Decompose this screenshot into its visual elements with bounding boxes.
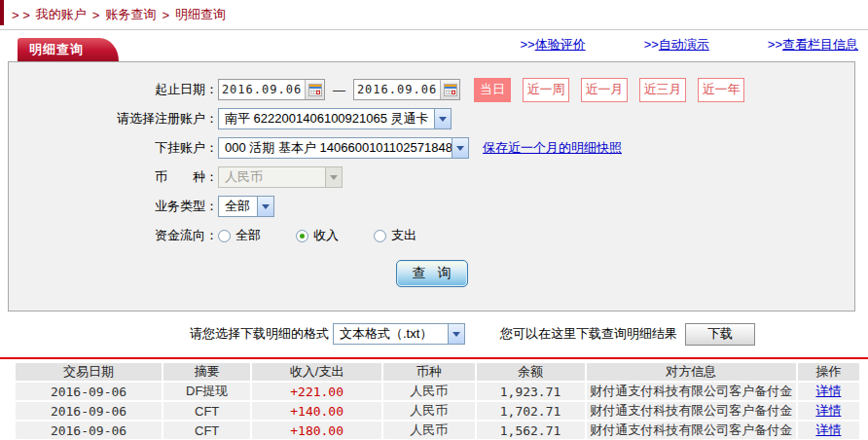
cell-date: 2016-09-06	[15, 382, 163, 401]
cell-summary: CFT	[163, 421, 251, 440]
col-header-counterparty: 对方信息	[586, 362, 797, 382]
cell-counterparty: 财付通支付科技有限公司客户备付金	[586, 421, 797, 440]
sub-account-row: 下挂账户： 000 活期 基本户 1406600101102571848 保存近…	[9, 136, 854, 160]
query-button[interactable]: 查 询	[396, 260, 468, 287]
radio-option-income[interactable]: 收入	[296, 227, 339, 244]
save-snapshot-link[interactable]: 保存近一个月的明细快照	[483, 139, 622, 157]
table-row: 2016-09-06 CFT +140.00 人民币 1,702.71 财付通支…	[15, 401, 860, 421]
currency-select: 人民币	[218, 166, 343, 188]
breadcrumb-prefix: > >	[12, 8, 30, 22]
query-form-panel: 起止日期： 2016.09.06 — 2016.09.06 当日 近一周 近一月…	[8, 61, 855, 312]
radio-icon[interactable]	[374, 230, 386, 242]
col-header-currency: 币种	[382, 362, 476, 382]
start-date-calendar-button[interactable]	[305, 80, 324, 99]
link-label: 查看栏目信息	[782, 37, 858, 52]
business-type-select[interactable]: 全部	[218, 196, 274, 217]
cell-date: 2016-09-06	[15, 401, 163, 421]
link-label: 自动演示	[659, 37, 709, 52]
sub-account-value: 000 活期 基本户 1406600101102571848	[219, 139, 452, 157]
business-type-value: 全部	[219, 198, 256, 215]
detail-link[interactable]: 详情	[815, 403, 841, 418]
radio-label: 支出	[391, 227, 416, 244]
fund-flow-options: 全部 收入 支出	[218, 227, 416, 244]
cell-summary: DF提现	[163, 382, 251, 401]
link-view-column-info[interactable]: >>查看栏目信息	[768, 36, 858, 54]
cell-currency: 人民币	[382, 382, 476, 401]
cell-balance: 1,923.71	[476, 382, 586, 401]
link-arrows: >>	[520, 37, 534, 52]
col-header-action: 操作	[797, 362, 860, 382]
quick-button-today[interactable]: 当日	[474, 78, 511, 102]
chevron-down-icon	[452, 138, 468, 158]
currency-row: 币 种： 人民币	[9, 165, 854, 189]
cell-balance: 1,562.71	[476, 421, 586, 440]
download-format-value: 文本格式（.txt）	[334, 325, 438, 343]
start-date-input[interactable]: 2016.09.06	[218, 79, 325, 100]
cell-amount: +221.00	[251, 382, 382, 401]
detail-link[interactable]: 详情	[815, 384, 841, 398]
radio-icon[interactable]	[296, 230, 308, 242]
link-label: 体验评价	[535, 37, 586, 52]
radio-icon[interactable]	[218, 230, 231, 242]
calendar-icon	[308, 84, 322, 96]
breadcrumb-item-account-query[interactable]: 账务查询	[105, 6, 156, 23]
currency-value: 人民币	[219, 168, 269, 186]
col-header-balance: 余额	[476, 362, 586, 382]
download-bar: 请您选择下载明细的格式 文本格式（.txt） 您可以在这里下载查询明细结果 下载	[0, 317, 868, 350]
register-account-value: 南平 6222001406100921065 灵通卡	[219, 110, 434, 128]
cell-currency: 人民币	[382, 401, 476, 421]
tab-bar: 明细查询 >>体验评价 >>自动演示 >>查看栏目信息	[0, 30, 868, 61]
red-divider	[0, 357, 868, 359]
header-links: >>体验评价 >>自动演示 >>查看栏目信息	[520, 36, 858, 54]
breadcrumb: > > 我的账户 > 账务查询 > 明细查询	[0, 0, 868, 30]
start-date-value: 2016.09.06	[219, 83, 305, 96]
chevron-down-icon	[434, 109, 451, 128]
radio-option-expense[interactable]: 支出	[374, 227, 416, 244]
tab-title: 明细查询	[29, 41, 84, 58]
col-header-summary: 摘要	[163, 362, 251, 382]
download-format-label: 请您选择下载明细的格式	[190, 325, 329, 343]
link-auto-demo[interactable]: >>自动演示	[644, 36, 709, 54]
link-arrows: >>	[768, 37, 782, 52]
register-account-row: 请选择注册账户： 南平 6222001406100921065 灵通卡	[9, 107, 854, 130]
business-type-row: 业务类型： 全部	[9, 195, 854, 218]
download-format-select[interactable]: 文本格式（.txt）	[333, 323, 465, 345]
breadcrumb-separator: >	[162, 8, 169, 22]
cell-counterparty: 财付通支付科技有限公司客户备付金	[586, 401, 797, 421]
date-range-label: 起止日期：	[9, 81, 218, 98]
register-account-select[interactable]: 南平 6222001406100921065 灵通卡	[218, 108, 452, 129]
chevron-down-icon	[325, 167, 342, 187]
radio-option-all[interactable]: 全部	[218, 227, 261, 244]
chevron-down-icon	[448, 324, 464, 344]
cell-amount: +140.00	[251, 401, 382, 421]
query-button-row: 查 询	[9, 260, 854, 287]
breadcrumb-item-my-account[interactable]: 我的账户	[36, 6, 87, 23]
tab-detail-query[interactable]: 明细查询	[18, 38, 119, 61]
end-date-input[interactable]: 2016.09.06	[353, 79, 460, 100]
cell-date: 2016-09-06	[15, 421, 163, 440]
link-arrows: >>	[644, 37, 659, 52]
quick-button-last-3-months[interactable]: 近三月	[639, 78, 686, 102]
breadcrumb-item-detail-query[interactable]: 明细查询	[175, 6, 226, 23]
table-header-row: 交易日期 摘要 收入/支出 币种 余额 对方信息 操作	[15, 362, 860, 382]
sub-account-select[interactable]: 000 活期 基本户 1406600101102571848	[218, 137, 469, 159]
cell-currency: 人民币	[382, 421, 476, 440]
cell-counterparty: 财付通支付科技有限公司客户备付金	[586, 382, 797, 401]
link-experience-rating[interactable]: >>体验评价	[520, 36, 585, 54]
quick-button-last-week[interactable]: 近一周	[523, 78, 569, 102]
radio-label: 收入	[313, 227, 339, 244]
download-hint: 您可以在这里下载查询明细结果	[500, 325, 677, 343]
table-row: 2016-09-06 DF提现 +221.00 人民币 1,923.71 财付通…	[15, 382, 860, 401]
detail-link[interactable]: 详情	[815, 422, 841, 437]
radio-label: 全部	[235, 227, 261, 244]
download-button[interactable]: 下载	[685, 323, 755, 346]
quick-button-last-month[interactable]: 近一月	[581, 78, 628, 102]
fund-flow-label: 资金流向：	[9, 227, 218, 244]
register-account-label: 请选择注册账户：	[9, 110, 218, 128]
transaction-table: 交易日期 摘要 收入/支出 币种 余额 对方信息 操作 2016-09-06 D…	[14, 361, 861, 440]
quick-button-last-year[interactable]: 近一年	[698, 78, 744, 102]
end-date-calendar-button[interactable]	[440, 80, 459, 99]
breadcrumb-separator: >	[92, 8, 100, 22]
fund-flow-row: 资金流向： 全部 收入 支出	[9, 224, 854, 247]
end-date-value: 2016.09.06	[354, 83, 440, 96]
